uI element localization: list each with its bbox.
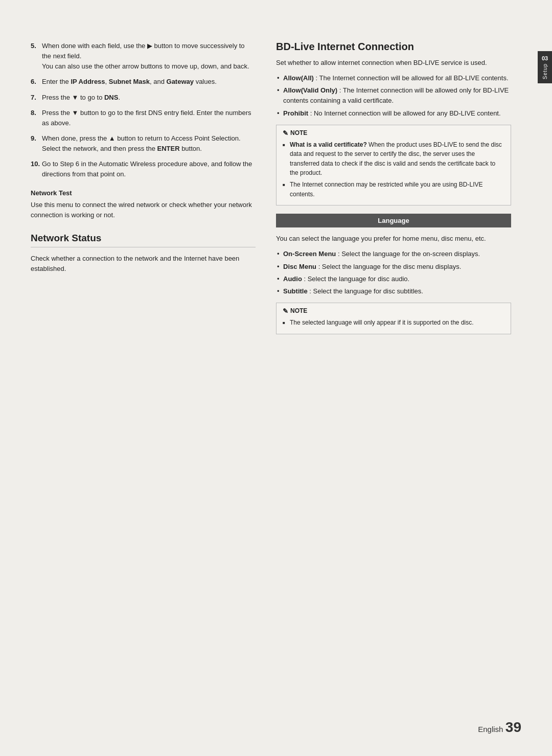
network-test-body: Use this menu to connect the wired netwo…: [31, 200, 256, 220]
step-5-content: When done with each field, use the ▶ but…: [42, 41, 256, 72]
bd-live-intro: Set whether to allow internet connection…: [276, 58, 511, 68]
language-bullet-2: Disc Menu : Select the language for the …: [276, 262, 511, 272]
step-8: 8. Press the ▼ button to go to the first…: [31, 108, 256, 128]
bd-live-bullet-3: Prohibit : No Internet connection will b…: [276, 108, 511, 119]
step-10: 10. Go to Step 6 in the Automatic Wirele…: [31, 159, 256, 179]
footer-page-number: 39: [505, 719, 521, 735]
bd-live-note-label: NOTE: [290, 129, 307, 136]
step-5: 5. When done with each field, use the ▶ …: [31, 41, 256, 72]
network-status-body: Check whether a connection to the networ…: [31, 254, 256, 274]
bd-live-bullet-1: Allow(All) : The Internet connection wil…: [276, 73, 511, 83]
side-tab: 03 Setup: [538, 51, 552, 83]
bd-live-bullet-2: Allow(Valid Only) : The Internet connect…: [276, 85, 511, 106]
bd-live-bullets: Allow(All) : The Internet connection wil…: [276, 73, 511, 119]
step-9-content: When done, press the ▲ button to return …: [42, 133, 256, 154]
bd-live-heading: BD-Live Internet Connection: [276, 41, 511, 53]
step-6-content: Enter the IP Address, Subnet Mask, and G…: [42, 77, 256, 87]
language-note-icon: ✎: [283, 307, 288, 315]
step-8-content: Press the ▼ button to go to the first DN…: [42, 108, 256, 128]
content-area: 5. When done with each field, use the ▶ …: [31, 41, 521, 342]
network-test-heading: Network Test: [31, 189, 256, 197]
language-bullet-4: Subtitle : Select the language for disc …: [276, 286, 511, 296]
footer-english: English: [478, 725, 503, 734]
language-intro: You can select the language you prefer f…: [276, 234, 511, 244]
footer: English 39: [478, 719, 521, 736]
step-7: 7. Press the ▼ to go to DNS.: [31, 93, 256, 103]
bd-live-note-item-2: The Internet connection may be restricte…: [283, 180, 504, 199]
side-tab-number: 03: [542, 55, 548, 61]
step-10-num: 10.: [31, 159, 42, 179]
language-bullet-1: On-Screen Menu : Select the language for…: [276, 249, 511, 259]
step-9: 9. When done, press the ▲ button to retu…: [31, 133, 256, 154]
step-9-num: 9.: [31, 133, 42, 154]
network-status-heading: Network Status: [31, 233, 256, 247]
language-note-label: NOTE: [290, 307, 307, 314]
step-6-num: 6.: [31, 77, 42, 87]
language-bar: Language: [276, 214, 511, 227]
page-container: 03 Setup 5. When done with each field, u…: [0, 0, 552, 756]
bd-live-note-title: ✎ NOTE: [283, 129, 504, 137]
right-column: BD-Live Internet Connection Set whether …: [276, 41, 511, 342]
bd-live-note-item-1: What is a valid certificate? When the pr…: [283, 140, 504, 178]
step-10-content: Go to Step 6 in the Automatic Wireless p…: [42, 159, 256, 179]
language-bullets: On-Screen Menu : Select the language for…: [276, 249, 511, 296]
language-note-title: ✎ NOTE: [283, 307, 504, 315]
language-bullet-3: Audio : Select the language for disc aud…: [276, 274, 511, 284]
steps-list: 5. When done with each field, use the ▶ …: [31, 41, 256, 180]
language-note-item-1: The selected language will only appear i…: [283, 318, 504, 328]
step-6: 6. Enter the IP Address, Subnet Mask, an…: [31, 77, 256, 87]
bd-live-note: ✎ NOTE What is a valid certificate? When…: [276, 125, 511, 206]
language-note: ✎ NOTE The selected language will only a…: [276, 303, 511, 334]
step-8-num: 8.: [31, 108, 42, 128]
left-column: 5. When done with each field, use the ▶ …: [31, 41, 256, 342]
note-icon: ✎: [283, 129, 288, 137]
side-tab-label: Setup: [542, 63, 548, 79]
step-7-content: Press the ▼ to go to DNS.: [42, 93, 256, 103]
step-7-num: 7.: [31, 93, 42, 103]
step-5-num: 5.: [31, 41, 42, 72]
